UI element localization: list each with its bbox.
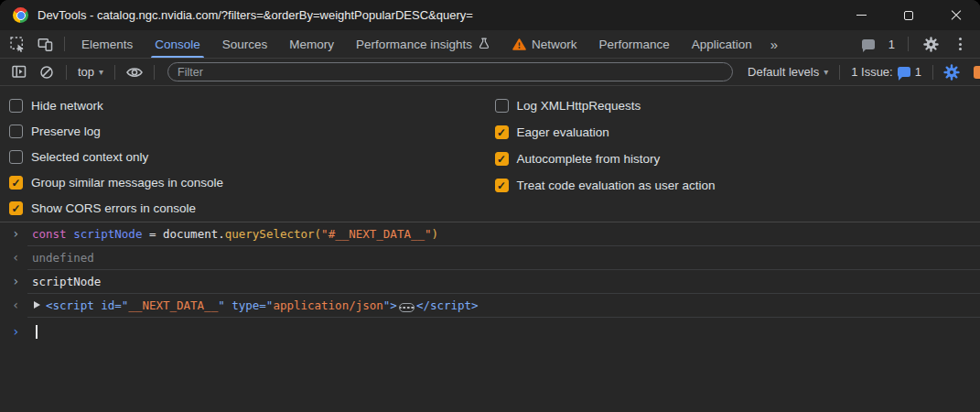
close-button[interactable] [932,0,980,30]
checkbox-show-cors-errors[interactable]: Show CORS errors in console [9,196,495,222]
tab-sources[interactable]: Sources [211,30,279,58]
issues-count: 1 [915,65,921,79]
tab-network[interactable]: Network [501,30,588,58]
inspect-cursor-icon [10,37,26,52]
issues-counter[interactable]: 1 Issue: 1 [845,65,927,79]
dom-node-markup: <script id="__NEXT_DATA__" type="applica… [46,298,479,313]
more-options-button[interactable] [947,32,973,56]
tab-elements[interactable]: Elements [70,30,144,58]
tab-memory[interactable]: Memory [278,30,345,58]
more-panels-button[interactable]: » [763,30,785,58]
console-settings-button[interactable] [939,60,964,84]
warning-icon [512,38,526,50]
minimize-button[interactable] [837,0,885,30]
checkbox-autocomplete-history[interactable]: Autocomplete from history [495,146,980,172]
titlebar: DevTools - catalog.ngc.nvidia.com/?filte… [0,0,980,30]
maximize-icon [904,11,913,20]
token-operator: = [142,227,163,241]
checkbox-label: Group similar messages in console [31,176,223,190]
tab-label: Application [692,38,752,51]
checkbox[interactable] [9,201,23,215]
console-input-chevron-icon: › [12,227,32,241]
checkbox-label: Log XMLHttpRequests [517,99,641,113]
clear-icon [39,65,54,80]
console-result-chevron-icon: ‹ [12,298,32,312]
checkbox-log-xmlhttprequests[interactable]: Log XMLHttpRequests [495,92,980,119]
window-controls [837,0,980,30]
console-prompt[interactable]: › [0,318,980,342]
minimize-icon [856,15,867,16]
checkbox-selected-context-only[interactable]: Selected context only [9,144,495,169]
tab-label: Performance insights [356,38,472,51]
kebab-menu-icon [959,38,962,50]
console-drawer-messages-button[interactable] [856,32,881,56]
tab-label: Memory [289,38,334,51]
chevron-down-icon: ▾ [824,67,828,77]
checkbox[interactable] [9,150,23,164]
console-input-chevron-icon: › [12,275,32,288]
text-cursor [36,325,38,339]
token-attribute: " type=" [218,298,273,312]
checkbox-group-similar[interactable]: Group similar messages in console [9,170,495,196]
token-function: querySelector [225,227,315,241]
token-paren: ) [432,227,439,241]
tab-label: Sources [222,38,268,51]
maximize-button[interactable] [885,0,932,30]
checkbox[interactable] [495,179,509,192]
checkbox[interactable] [495,152,509,166]
dom-node-preview: <script id="__NEXT_DATA__" type="applica… [32,298,479,313]
token-attribute-value: __NEXT_DATA__ [128,298,218,312]
tab-label: Console [155,38,200,51]
tab-console[interactable]: Console [144,30,211,58]
tab-performance-insights[interactable]: Performance insights [345,30,501,58]
token-paren: ( [315,227,322,241]
device-toolbar-button[interactable] [31,30,59,58]
token-variable: scriptNode [73,227,142,241]
tab-performance[interactable]: Performance [587,30,680,58]
checkbox-label: Autocomplete from history [517,152,661,166]
checkbox[interactable] [9,176,23,190]
checkbox[interactable] [9,125,23,138]
checkbox-eager-evaluation[interactable]: Eager evaluation [495,119,980,146]
flask-icon [478,38,490,50]
checkbox[interactable] [495,99,509,113]
clipped-icon [974,66,980,79]
checkbox-treat-code-eval[interactable]: Treat code evaluation as user action [495,172,980,199]
console-result-value: undefined [32,251,94,266]
gear-icon [923,37,939,52]
checkbox[interactable] [9,99,23,113]
console-settings-panel: Hide network Preserve log Selected conte… [0,86,980,222]
live-expression-button[interactable] [121,66,148,79]
message-bubble-icon [862,39,875,49]
console-sidebar-toggle-button[interactable] [5,65,33,79]
checkbox-hide-network[interactable]: Hide network [9,92,495,118]
console-result-chevron-icon: ‹ [12,251,32,265]
settings-button[interactable] [918,32,943,56]
tab-label: Network [532,38,577,51]
console-result-entry: ‹ undefined [0,246,980,269]
console-input-code: scriptNode [32,275,101,289]
devtools-window: DevTools - catalog.ngc.nvidia.com/?filte… [0,0,980,412]
gear-icon-active [943,64,960,81]
log-levels-value: Default levels [748,65,819,79]
console-result-node-entry: ‹ <script id="__NEXT_DATA__" type="appli… [0,294,980,317]
token-tag: "> [383,298,397,312]
token-string: "#__NEXT_DATA__" [321,227,431,241]
expand-triangle-icon[interactable] [34,301,40,309]
console-prompt-chevron-icon: › [12,325,32,339]
messages-count: 1 [888,38,895,51]
expand-inline-ellipsis-button[interactable] [399,303,415,312]
tab-label: Elements [81,38,133,51]
clear-console-button[interactable] [33,65,60,80]
context-selector-value: top [78,65,94,79]
checkbox-preserve-log[interactable]: Preserve log [9,118,495,144]
checkbox[interactable] [495,125,509,139]
log-levels-selector[interactable]: Default levels ▾ [742,65,834,79]
filter-input[interactable] [167,62,733,81]
tab-label: Performance [598,38,669,51]
tab-application[interactable]: Application [681,30,763,58]
inspect-element-button[interactable] [4,30,31,58]
settings-left-column: Hide network Preserve log Selected conte… [9,92,495,222]
context-selector[interactable]: top ▾ [72,65,109,79]
checkbox-label: Treat code evaluation as user action [517,179,716,192]
